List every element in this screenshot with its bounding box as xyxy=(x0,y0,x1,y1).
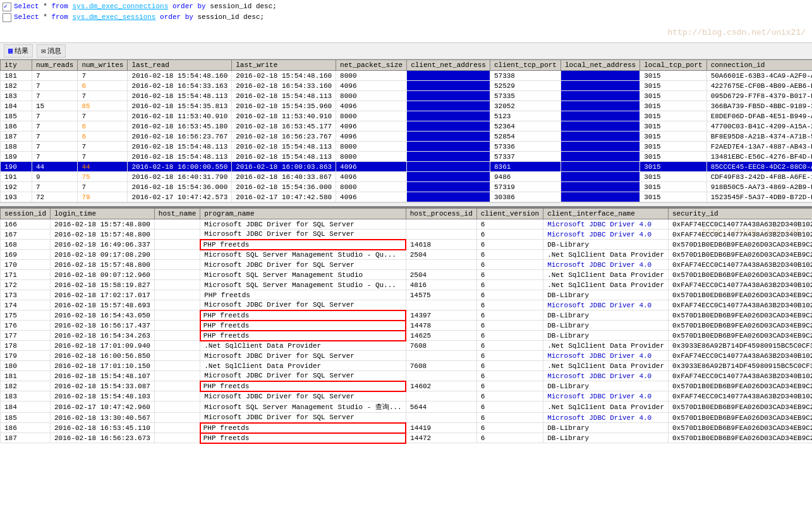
lower-table-row[interactable]: 1842016-02-17 10:47:42.960Microsoft SQL … xyxy=(1,401,813,413)
lower-table-row[interactable]: 1782016-02-18 17:01:09.940.Net SqlClient… xyxy=(1,341,813,351)
upper-table-row[interactable]: 183772016-02-18 15:54:48.1132016-02-18 1… xyxy=(1,91,813,101)
lower-cell: .Net SqlClient Data Provider xyxy=(543,401,669,413)
lower-cell: PHP freetds xyxy=(200,310,406,321)
upper-table-row[interactable]: 192772016-02-18 15:54:36.0002016-02-18 1… xyxy=(1,182,813,192)
lower-table-row[interactable]: 1692016-02-18 09:17:08.290Microsoft SQL … xyxy=(1,250,813,260)
upper-table-row[interactable]: 19044442016-02-18 16:00:00.5502016-02-18… xyxy=(1,162,813,172)
lower-cell: 182 xyxy=(1,381,51,391)
sql-checkbox-2[interactable] xyxy=(3,13,11,22)
upper-cell: 85 xyxy=(78,101,128,111)
lower-cell xyxy=(406,260,476,270)
lower-table-row[interactable]: 1772016-02-18 16:54:34.263PHP freetds146… xyxy=(1,331,813,341)
upper-cell: 2016-02-18 16:00:00.550 xyxy=(128,162,232,172)
lower-cell: 2016-02-18 17:01:09.940 xyxy=(51,341,155,351)
lower-cell: 175 xyxy=(1,310,51,321)
upper-cell xyxy=(561,121,639,132)
upper-table-row[interactable]: 187762016-02-18 16:56:23.7672016-02-18 1… xyxy=(1,132,813,142)
lower-table-row[interactable]: 1802016-02-18 17:01:10.150.Net SqlClient… xyxy=(1,361,813,371)
lower-table-row[interactable]: 1702016-02-18 15:57:48.800Microsoft JDBC… xyxy=(1,260,813,270)
lower-cell xyxy=(406,413,476,423)
lower-cell: 0xFAF74ECC0C14077A438A63B2D340B102 xyxy=(669,219,812,230)
upper-cell: 2016-02-18 16:54:33.163 xyxy=(128,81,232,91)
upper-cell: 3015 xyxy=(640,111,706,121)
upper-cell: 57336 xyxy=(490,142,561,152)
sql-checkbox-1[interactable] xyxy=(3,3,11,11)
lower-cell: 6 xyxy=(476,321,543,331)
sql-text-2: Select * from sys.dm_exec_sessions order… xyxy=(14,13,264,21)
lower-table-row[interactable]: 1732016-02-18 17:02:17.017PHP freetds145… xyxy=(1,290,813,300)
lower-table-body: 1662016-02-18 15:57:48.800Microsoft JDBC… xyxy=(1,219,813,443)
lower-table-wrapper: http://blog.csdn.net/ session_idlogin_ti… xyxy=(0,208,812,444)
upper-cell: 3015 xyxy=(640,101,706,111)
upper-table-row[interactable]: 185772016-02-18 11:53:40.9102016-02-18 1… xyxy=(1,111,813,121)
upper-cell: 3015 xyxy=(640,182,706,192)
lower-cell: 2016-02-18 15:57:48.693 xyxy=(51,300,155,310)
upper-cell: 3015 xyxy=(640,152,706,162)
lower-cell xyxy=(154,331,200,341)
lower-col-client_interface_name: client_interface_name xyxy=(543,209,669,219)
lower-table-row[interactable]: 1752016-02-18 16:54:43.050PHP freetds143… xyxy=(1,310,813,321)
upper-cell: 3015 xyxy=(640,162,706,172)
lower-cell: 186 xyxy=(1,423,51,433)
lower-cell: 2016-02-18 17:01:10.150 xyxy=(51,361,155,371)
upper-cell: 75 xyxy=(78,172,128,182)
lower-table-row[interactable]: 1762016-02-18 16:56:17.437PHP freetds144… xyxy=(1,321,813,331)
upper-cell: E8DEF06D-DFAB-4E51-B949-A113B9EA8CA6 xyxy=(706,111,812,121)
lower-table-row[interactable]: 1822016-02-18 15:54:33.087PHP freetds146… xyxy=(1,381,813,391)
lower-table-row[interactable]: 1662016-02-18 15:57:48.800Microsoft JDBC… xyxy=(1,219,813,230)
upper-table: itynum_readsnum_writeslast_readlast_writ… xyxy=(0,59,812,202)
upper-table-row[interactable]: 186762016-02-18 16:53:45.1802016-02-18 1… xyxy=(1,121,813,132)
upper-table-body: 181772016-02-18 15:54:48.1602016-02-18 1… xyxy=(1,71,813,202)
lower-col-host_process_id: host_process_id xyxy=(406,209,476,219)
lower-cell: 6 xyxy=(476,290,543,300)
lower-cell: 6 xyxy=(476,280,543,290)
upper-cell: 2016-02-18 15:54:48.113 xyxy=(128,152,232,162)
lower-table-row[interactable]: 1672016-02-18 15:57:48.800Microsoft JDBC… xyxy=(1,230,813,240)
lower-table-row[interactable]: 1872016-02-18 16:56:23.673PHP freetds144… xyxy=(1,433,813,443)
lower-cell xyxy=(154,290,200,300)
lower-cell xyxy=(154,270,200,280)
lower-cell xyxy=(406,219,476,230)
results-container[interactable]: itynum_readsnum_writeslast_readlast_writ… xyxy=(0,59,812,521)
lower-table-row[interactable]: 1712016-02-18 09:07:12.960Microsoft SQL … xyxy=(1,270,813,280)
upper-cell: 366BA739-FB5D-4BBC-9189-360C918DE874 xyxy=(706,101,812,111)
sql-editor: Select * from sys.dm_exec_connections or… xyxy=(0,0,812,43)
upper-table-row[interactable]: 181772016-02-18 15:54:48.1602016-02-18 1… xyxy=(1,71,813,81)
upper-cell: 2016-02-18 11:53:40.910 xyxy=(128,111,232,121)
lower-cell xyxy=(154,423,200,433)
upper-table-row[interactable]: 19372792016-02-17 10:47:42.5732016-02-17… xyxy=(1,192,813,202)
lower-cell: 187 xyxy=(1,433,51,443)
upper-cell: 186 xyxy=(1,121,32,132)
lower-cell: 2016-02-18 15:54:48.107 xyxy=(51,371,155,381)
lower-table-row[interactable]: 1812016-02-18 15:54:48.107Microsoft JDBC… xyxy=(1,371,813,381)
upper-table-row[interactable]: 1919752016-02-18 16:40:31.7902016-02-18 … xyxy=(1,172,813,182)
messages-tab-button[interactable]: ✉ 消息 xyxy=(37,44,66,58)
lower-cell: 0xFAF74ECC0C14077A438A63B2D340B102 xyxy=(669,260,812,270)
lower-table-row[interactable]: 1832016-02-18 15:54:48.103Microsoft JDBC… xyxy=(1,391,813,401)
results-tab-button[interactable]: ▦ 结果 xyxy=(4,44,33,58)
upper-table-row[interactable]: 18415852016-02-18 15:54:35.8132016-02-18… xyxy=(1,101,813,111)
lower-table-row[interactable]: 1682016-02-18 16:49:06.337PHP freetds146… xyxy=(1,240,813,250)
lower-cell: 14602 xyxy=(406,381,476,391)
lower-cell: 2016-02-18 16:56:17.437 xyxy=(51,321,155,331)
upper-cell: 918B50C5-AA73-4869-A2B9-D7A2C5BE16EC xyxy=(706,182,812,192)
lower-table-row[interactable]: 1862016-02-18 16:53:45.110PHP freetds144… xyxy=(1,423,813,433)
lower-cell xyxy=(154,219,200,230)
lower-table-row[interactable]: 1742016-02-18 15:57:48.693Microsoft JDBC… xyxy=(1,300,813,310)
upper-table-row[interactable]: 189772016-02-18 15:54:48.1132016-02-18 1… xyxy=(1,152,813,162)
lower-table-row[interactable]: 1792016-02-18 16:00:56.850Microsoft JDBC… xyxy=(1,351,813,361)
lower-table-row[interactable]: 1722016-02-18 15:58:19.827Microsoft SQL … xyxy=(1,280,813,290)
lower-cell xyxy=(154,321,200,331)
lower-cell: DB-Library xyxy=(543,381,669,391)
upper-table-row[interactable]: 188772016-02-18 15:54:48.1132016-02-18 1… xyxy=(1,142,813,152)
lower-table-row[interactable]: 1852016-02-18 13:30:40.567Microsoft JDBC… xyxy=(1,413,813,423)
upper-cell xyxy=(561,162,639,172)
lower-cell: 6 xyxy=(476,230,543,240)
upper-cell: 3015 xyxy=(640,81,706,91)
lower-cell: 6 xyxy=(476,381,543,391)
upper-table-row[interactable]: 182762016-02-18 16:54:33.1632016-02-18 1… xyxy=(1,81,813,91)
lower-cell: 6 xyxy=(476,270,543,280)
lower-cell: 0x3933E86A92B714DF45980915BC5C0CF3 xyxy=(669,361,812,371)
lower-col-security_id: security_id xyxy=(669,209,812,219)
upper-cell: 7 xyxy=(32,121,78,132)
